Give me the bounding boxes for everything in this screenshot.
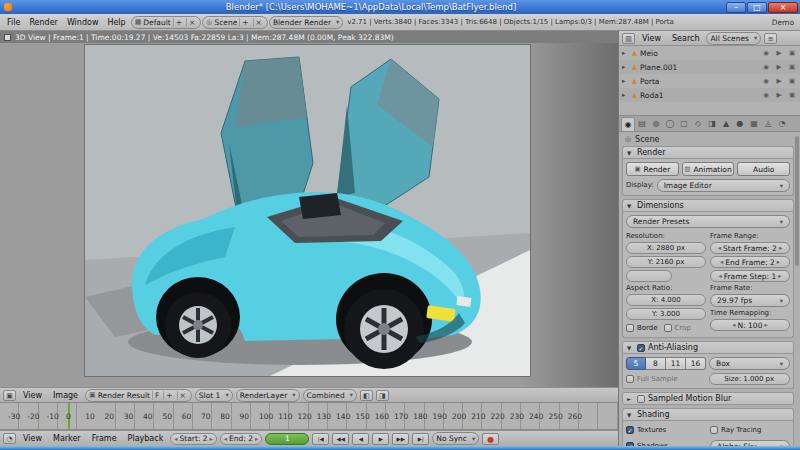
- tab-scene[interactable]: ◍: [649, 117, 663, 131]
- play-reverse-button[interactable]: ◀: [352, 433, 369, 445]
- shading-panel-header[interactable]: ▼ Shading: [622, 408, 794, 421]
- textures-checkbox[interactable]: Textures: [626, 424, 706, 436]
- outliner-editor-icon[interactable]: ▥: [622, 33, 635, 44]
- maximize-button[interactable]: □: [747, 2, 767, 13]
- frame-step-stepper[interactable]: Frame Step: 1: [710, 270, 790, 282]
- play-button[interactable]: ▶: [372, 433, 389, 445]
- dimensions-panel-header[interactable]: ▼ Dimensions: [622, 199, 794, 212]
- collapse-icon[interactable]: ▼: [627, 203, 634, 209]
- expand-icon[interactable]: ▸: [622, 91, 629, 99]
- selectable-icon[interactable]: ▶: [774, 77, 784, 85]
- add-layout-button[interactable]: +: [173, 18, 184, 27]
- selectable-icon[interactable]: ▶: [774, 63, 784, 71]
- checkbox-box[interactable]: [626, 426, 634, 434]
- aa-samples-16-button[interactable]: 16: [686, 357, 706, 370]
- renderable-icon[interactable]: ▣: [787, 91, 797, 99]
- tab-object[interactable]: ▢: [677, 117, 691, 131]
- collapse-icon[interactable]: ▼: [627, 150, 634, 156]
- ray-tracing-checkbox[interactable]: Ray Tracing: [710, 424, 790, 436]
- image-datablock-selector[interactable]: ▣ Render Result F + ×: [85, 389, 192, 402]
- add-scene-button[interactable]: +: [239, 18, 250, 27]
- jump-to-end-button[interactable]: ▶|: [412, 433, 429, 445]
- sync-dropdown[interactable]: No Sync: [432, 432, 479, 445]
- properties-scrollbar[interactable]: [795, 136, 799, 266]
- aa-filter-dropdown[interactable]: Box: [709, 357, 790, 370]
- selectable-icon[interactable]: ▶: [774, 49, 784, 57]
- editor-type-icon[interactable]: ▣: [3, 390, 16, 401]
- draw-channels-alpha-icon[interactable]: ◨: [376, 390, 389, 401]
- motion-blur-checkbox[interactable]: [637, 395, 645, 403]
- remove-scene-button[interactable]: ×: [253, 18, 264, 27]
- aa-samples-11-button[interactable]: 11: [666, 357, 686, 370]
- aa-samples-5-button[interactable]: 5: [626, 357, 646, 370]
- timeline-menu-frame[interactable]: Frame: [88, 434, 121, 443]
- outliner-row-porta[interactable]: ▸ ▲ Porta ◉ ▶ ▣: [619, 74, 800, 88]
- tab-world[interactable]: ◯: [663, 117, 677, 131]
- start-frame-stepper[interactable]: Start Frame: 2: [710, 242, 790, 254]
- render-button[interactable]: ▣ Render: [626, 162, 679, 176]
- checkbox-box[interactable]: [664, 324, 672, 332]
- hide-icon[interactable]: ◉: [761, 63, 771, 71]
- selectable-icon[interactable]: ▶: [774, 91, 784, 99]
- tab-render-layers[interactable]: ▤: [635, 117, 649, 131]
- outliner-row-meio[interactable]: ▸ ▲ Meio ◉ ▶ ▣: [619, 46, 800, 60]
- outliner-filter-icon[interactable]: ≡: [764, 33, 777, 44]
- tab-modifiers[interactable]: ◨: [705, 117, 719, 131]
- antialiasing-panel-header[interactable]: ▼ Anti-Aliasing: [622, 341, 794, 354]
- render-pass-dropdown[interactable]: Combined: [303, 389, 357, 402]
- outliner-menu-view[interactable]: View: [638, 34, 665, 43]
- menu-help[interactable]: Help: [103, 18, 129, 27]
- full-sample-checkbox[interactable]: Full Sample: [626, 373, 706, 385]
- menu-window[interactable]: Window: [63, 18, 103, 27]
- aa-size-slider[interactable]: Size: 1.000 px: [709, 373, 791, 385]
- collapse-icon[interactable]: ▼: [627, 345, 634, 351]
- screen-layout-selector[interactable]: ▦ Default + ×: [131, 16, 202, 29]
- resolution-percentage-slider[interactable]: [626, 270, 672, 282]
- start-frame-field[interactable]: Start: 2: [170, 433, 217, 445]
- record-button[interactable]: ●: [482, 433, 499, 445]
- checkbox-box[interactable]: [710, 426, 718, 434]
- outliner-row-roda1[interactable]: ▸ ▲ Roda1 ◉ ▶ ▣: [619, 88, 800, 102]
- crop-checkbox[interactable]: Crop: [664, 322, 691, 334]
- tab-texture[interactable]: ▦: [747, 117, 761, 131]
- object-name[interactable]: Plane.001: [640, 63, 758, 72]
- antialiasing-checkbox[interactable]: [637, 344, 645, 352]
- timeline-menu-view[interactable]: View: [19, 434, 46, 443]
- tab-particles[interactable]: ◬: [761, 117, 775, 131]
- tab-physics[interactable]: ◔: [775, 117, 789, 131]
- hide-icon[interactable]: ◉: [761, 91, 771, 99]
- jump-to-start-button[interactable]: |◀: [312, 433, 329, 445]
- expand-icon[interactable]: ▸: [622, 77, 629, 85]
- scene-selector[interactable]: ◎ Scene + ×: [202, 16, 268, 29]
- menu-render[interactable]: Render: [25, 18, 61, 27]
- collapse-icon[interactable]: ►: [627, 396, 634, 402]
- slot-dropdown[interactable]: Slot 1: [195, 389, 233, 402]
- checkbox-box[interactable]: [626, 324, 634, 332]
- remove-layout-button[interactable]: ×: [186, 18, 197, 27]
- hide-icon[interactable]: ◉: [761, 77, 771, 85]
- aa-samples-8-button[interactable]: 8: [646, 357, 666, 370]
- audio-button[interactable]: Audio: [737, 162, 790, 176]
- checkbox-box[interactable]: [626, 375, 634, 383]
- renderable-icon[interactable]: ▣: [787, 77, 797, 85]
- expand-icon[interactable]: ▸: [622, 63, 629, 71]
- display-dropdown[interactable]: Image Editor: [657, 179, 790, 192]
- end-frame-field[interactable]: End: 2: [220, 433, 262, 445]
- render-engine-dropdown[interactable]: Blender Render: [269, 16, 343, 29]
- current-frame-field[interactable]: 1: [265, 433, 309, 445]
- next-keyframe-button[interactable]: ▶▶: [392, 433, 409, 445]
- renderable-icon[interactable]: ▣: [787, 49, 797, 57]
- outliner-row-plane001[interactable]: ▸ ▲ Plane.001 ◉ ▶ ▣: [619, 60, 800, 74]
- aspect-x-field[interactable]: X: 4.000: [626, 294, 706, 306]
- tab-material[interactable]: ●: [733, 117, 747, 131]
- expand-icon[interactable]: ▸: [622, 49, 629, 57]
- titlebar[interactable]: Blender* [C:\Users\MOHAME~1\AppData\Loca…: [0, 0, 800, 14]
- previous-keyframe-button[interactable]: ◀◀: [332, 433, 349, 445]
- image-editor-canvas[interactable]: [0, 43, 618, 387]
- windows-taskbar[interactable]: [0, 446, 800, 450]
- close-button[interactable]: ×: [768, 2, 798, 13]
- object-name[interactable]: Roda1: [640, 91, 758, 100]
- time-remap-field[interactable]: N: 100: [710, 319, 790, 331]
- tab-render[interactable]: ◉: [621, 117, 635, 131]
- resolution-x-slider[interactable]: X: 2880 px: [626, 242, 706, 254]
